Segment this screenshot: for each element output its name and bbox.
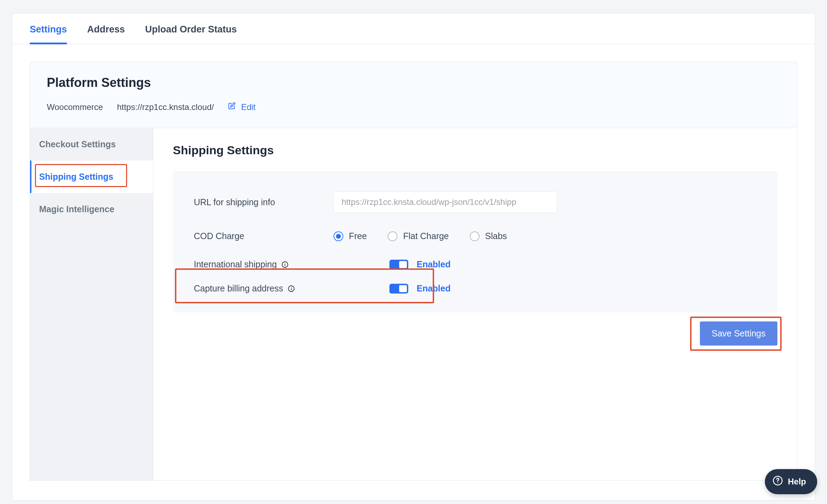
international-shipping-label: International shipping	[194, 259, 334, 269]
platform-name: Woocommerce	[47, 102, 103, 112]
tab-upload-order-status[interactable]: Upload Order Status	[145, 24, 237, 44]
settings-panel: URL for shipping info COD Charge Free Fl…	[173, 171, 777, 312]
platform-url: https://rzp1cc.knsta.cloud/	[117, 102, 214, 112]
radio-icon	[334, 231, 343, 241]
platform-header: Platform Settings Woocommerce https://rz…	[30, 62, 797, 128]
help-button[interactable]: Help	[765, 469, 817, 494]
settings-sidebar: Checkout Settings Shipping Settings Magi…	[30, 128, 153, 481]
content-panel: Shipping Settings URL for shipping info …	[153, 128, 797, 481]
intl-enabled-label: Enabled	[417, 259, 451, 269]
svg-point-5	[291, 287, 292, 288]
body-row: Checkout Settings Shipping Settings Magi…	[30, 128, 797, 481]
cod-radio-group: Free Flat Charge Slabs	[334, 231, 507, 241]
capture-billing-toggle[interactable]	[389, 284, 408, 294]
cod-option-flat[interactable]: Flat Charge	[388, 231, 449, 241]
radio-icon	[388, 231, 397, 241]
intl-label-text: International shipping	[194, 259, 277, 269]
svg-point-2	[285, 263, 285, 264]
capture-toggle-wrap: Enabled	[389, 283, 451, 294]
help-label: Help	[788, 477, 806, 487]
edit-platform-button[interactable]: Edit	[228, 102, 255, 112]
edit-icon	[228, 102, 236, 112]
radio-icon	[470, 231, 480, 241]
tab-address[interactable]: Address	[87, 24, 125, 44]
intl-toggle-wrap: Enabled	[389, 259, 451, 269]
save-settings-button[interactable]: Save Settings	[700, 321, 777, 346]
radio-label: Flat Charge	[403, 231, 449, 241]
row-cod-charge: COD Charge Free Flat Charge Slabs	[194, 231, 756, 241]
capture-label-text: Capture billing address	[194, 283, 283, 294]
section-title: Shipping Settings	[173, 143, 777, 157]
actions-row: Save Settings	[173, 321, 777, 346]
radio-label: Free	[349, 231, 367, 241]
settings-frame: Settings Address Upload Order Status Pla…	[12, 13, 815, 501]
svg-point-7	[777, 482, 778, 483]
platform-sub-row: Woocommerce https://rzp1cc.knsta.cloud/ …	[47, 102, 780, 112]
page-title: Platform Settings	[47, 75, 780, 90]
cod-option-free[interactable]: Free	[334, 231, 367, 241]
tab-settings[interactable]: Settings	[30, 24, 67, 44]
info-icon[interactable]	[287, 285, 295, 292]
capture-billing-label: Capture billing address	[194, 283, 334, 294]
row-url-shipping: URL for shipping info	[194, 191, 756, 213]
top-tabs: Settings Address Upload Order Status	[12, 14, 815, 44]
sidebar-item-magic-intelligence[interactable]: Magic Intelligence	[30, 193, 153, 225]
help-icon	[773, 475, 783, 488]
radio-label: Slabs	[485, 231, 507, 241]
info-icon[interactable]	[281, 261, 289, 268]
cod-option-slabs[interactable]: Slabs	[470, 231, 507, 241]
row-international-shipping: International shipping Enabled	[194, 259, 756, 269]
sidebar-item-checkout-settings[interactable]: Checkout Settings	[30, 128, 153, 161]
url-shipping-input[interactable]	[334, 191, 557, 213]
url-shipping-label: URL for shipping info	[194, 197, 334, 207]
row-capture-billing: Capture billing address Enabled	[194, 283, 756, 294]
capture-enabled-label: Enabled	[417, 283, 451, 294]
intl-shipping-toggle[interactable]	[389, 260, 408, 269]
sidebar-item-shipping-settings[interactable]: Shipping Settings	[30, 161, 153, 193]
cod-charge-label: COD Charge	[194, 231, 334, 241]
edit-label: Edit	[241, 102, 255, 112]
